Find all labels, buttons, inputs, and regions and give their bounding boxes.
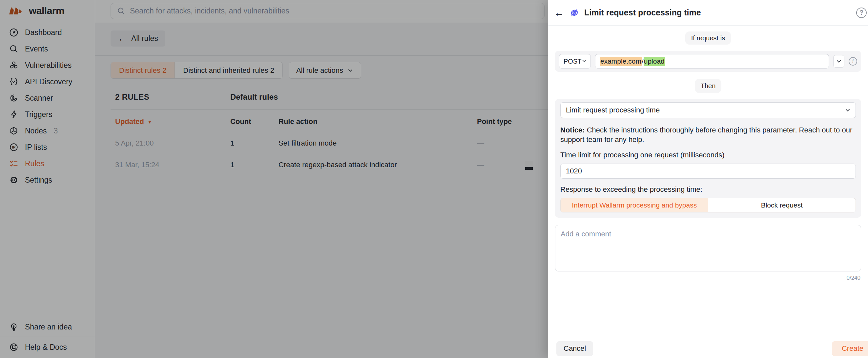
method-select[interactable]: POST (559, 54, 591, 68)
if-request-is-pill: If request is (685, 31, 731, 44)
uri-input[interactable]: example.com/upload (595, 54, 829, 68)
cancel-button[interactable]: Cancel (556, 341, 593, 356)
uri-host-token: example.com (600, 57, 642, 66)
rule-editor-drawer: ← Limit request processing time ? If req… (548, 0, 868, 358)
chevron-down-icon (836, 58, 842, 65)
info-icon[interactable]: i (849, 57, 857, 66)
uri-path-token: upload (644, 57, 665, 66)
option-block-request[interactable]: Block request (708, 198, 856, 212)
help-icon[interactable]: ? (856, 7, 867, 18)
drawer-footer: Cancel Create (548, 339, 868, 358)
drawer-header: ← Limit request processing time ? (548, 0, 868, 26)
then-pill: Then (695, 79, 722, 93)
method-value: POST (564, 58, 581, 65)
response-toggle: Interrupt Wallarm processing and bypass … (560, 198, 856, 213)
chevron-down-icon (844, 107, 851, 113)
rule-action-panel: Limit request processing time Notice: Ch… (555, 99, 861, 218)
rule-type-select[interactable]: Limit request processing time (560, 102, 856, 118)
drawer-title: Limit request processing time (584, 8, 701, 18)
condition-row: POST example.com/upload i (555, 51, 861, 72)
limit-processing-time-icon (568, 7, 580, 19)
drawer-body: If request is POST example.com/upload i … (548, 26, 868, 339)
option-interrupt-bypass[interactable]: Interrupt Wallarm processing and bypass (561, 198, 708, 212)
notice-body: Check the instructions thoroughly before… (560, 126, 852, 143)
condition-options-button[interactable] (833, 55, 844, 68)
chevron-down-icon (581, 58, 587, 65)
response-label: Response to exceeding the processing tim… (560, 185, 856, 194)
time-limit-input[interactable] (560, 164, 856, 179)
drawer-back-button[interactable]: ← (554, 7, 565, 19)
char-counter: 0/240 (555, 275, 861, 281)
notice-text: Notice: Check the instructions thoroughl… (560, 125, 856, 144)
rule-type-value: Limit request processing time (566, 106, 660, 115)
comment-textarea[interactable] (555, 225, 861, 271)
notice-label: Notice: (560, 126, 585, 134)
create-button[interactable]: Create (832, 341, 868, 356)
time-limit-label: Time limit for processing one request (m… (560, 151, 856, 159)
modal-backdrop[interactable] (0, 0, 548, 358)
